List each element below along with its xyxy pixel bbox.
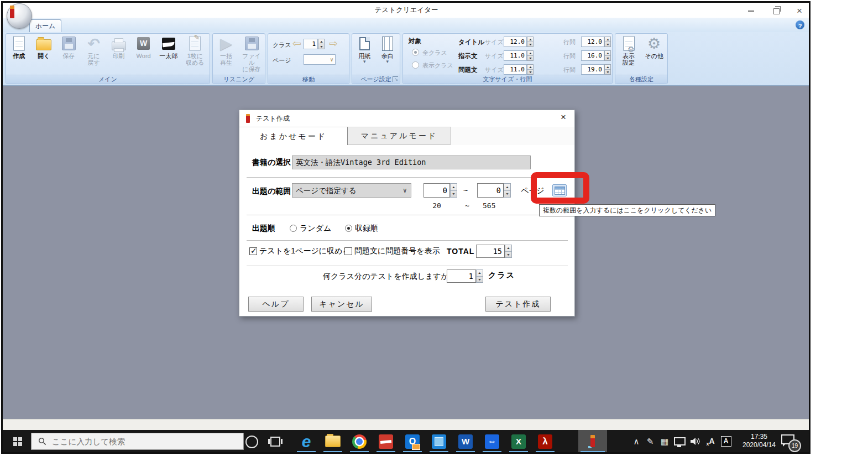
print-button[interactable]: 印刷 [107, 34, 131, 76]
restore-button[interactable] [769, 6, 783, 16]
other-settings-button[interactable]: その他 [642, 34, 666, 76]
tray-speaker-icon[interactable] [687, 430, 703, 453]
minimize-button[interactable] [744, 6, 758, 16]
tab-home[interactable]: ホーム [29, 19, 61, 32]
tray-pen-icon[interactable]: ✎ [643, 430, 657, 453]
instruction-size-spinner[interactable] [527, 50, 534, 61]
tab-manual-mode[interactable]: マニュアルモード [348, 127, 451, 144]
create-test-button[interactable]: テスト作成 [485, 297, 551, 312]
question-size-input[interactable] [504, 64, 527, 75]
tray-chevron-icon[interactable]: ∧ [630, 430, 643, 453]
open-button[interactable]: 開く [32, 34, 56, 76]
taskbar-excel-icon[interactable] [505, 430, 532, 453]
question-line-spinner[interactable] [604, 64, 611, 75]
undo-button[interactable]: 元に 戻す [81, 34, 106, 76]
question-size-spinner[interactable] [527, 64, 534, 75]
range-mode-combobox[interactable]: ページで指定する ∨ [292, 183, 411, 198]
range-from-input[interactable] [423, 183, 450, 198]
instruction-line-spinner[interactable] [604, 50, 611, 61]
save-audio-button[interactable]: ファイル に保存 [239, 34, 264, 76]
radio-all-classes[interactable] [412, 49, 419, 56]
radio-shown-class[interactable] [412, 61, 419, 69]
tray-dropbox-icon[interactable]: ▦ [657, 430, 672, 453]
help-button[interactable]: ヘルプ [248, 297, 304, 312]
tooltip: 複数の範囲を入力するにはここをクリックしてください [539, 204, 715, 216]
word-export-button[interactable]: Word [132, 34, 156, 76]
red-highlight-annotation [531, 172, 589, 204]
start-button[interactable] [4, 430, 31, 453]
class-count-spinner[interactable] [476, 270, 483, 283]
tab-omakase-mode[interactable]: おまかせモード [239, 127, 348, 145]
running-indicator [581, 451, 605, 452]
range-max-hint: 565 [483, 201, 495, 210]
taskbar-red-app-icon[interactable] [373, 430, 399, 453]
print-icon [112, 42, 126, 50]
taskbar-search[interactable] [31, 433, 244, 450]
title-size-spinner[interactable] [527, 37, 534, 47]
page-combobox[interactable]: ∨ [304, 54, 336, 65]
task-view-icon[interactable] [270, 437, 280, 447]
class-count-question: 何クラス分のテストを作成しますか？ [323, 272, 457, 282]
class-count-input[interactable] [447, 270, 476, 283]
ichitaro-export-button[interactable]: 一太郎 [156, 34, 181, 76]
fit-one-page-checkbox[interactable] [249, 247, 257, 255]
instruction-size-input[interactable] [504, 50, 527, 61]
paper-button[interactable]: 用紙 ▾ [354, 34, 375, 76]
taskbar-mail-photo-icon[interactable] [426, 430, 452, 453]
undo-icon [87, 34, 100, 53]
margin-icon [382, 37, 393, 51]
margin-button[interactable]: 余白 ▾ [377, 34, 398, 76]
tray-ime-icon[interactable]: xA [703, 430, 718, 453]
instruction-line-input[interactable] [581, 50, 604, 61]
range-to-spinner[interactable] [504, 183, 511, 198]
order-label: 出題順 [252, 224, 275, 234]
window-title: テストクリエイター [3, 3, 810, 18]
range-tilde-hint: ~ [465, 201, 469, 210]
taskbar-acrobat-icon[interactable] [532, 430, 558, 453]
question-line-input[interactable] [581, 64, 604, 75]
taskbar-edge-icon[interactable] [293, 430, 320, 453]
total-spinner[interactable] [505, 245, 512, 258]
book-select-field[interactable]: 英文法・語法Vintage 3rd Edition [292, 156, 531, 169]
notification-center-icon[interactable]: 19 [781, 434, 800, 449]
dialog-close-icon[interactable]: × [558, 112, 569, 123]
windows-logo-icon [13, 437, 22, 446]
tray-network-display-icon[interactable] [672, 430, 687, 453]
search-input[interactable] [51, 437, 219, 447]
taskbar-explorer-icon[interactable] [320, 430, 346, 453]
cortana-icon[interactable] [245, 436, 258, 448]
range-to-input[interactable] [477, 183, 504, 198]
radio-random[interactable] [290, 225, 297, 232]
dialog-launcher-icon[interactable] [393, 76, 398, 82]
ribbon-tab-row: ホーム [3, 18, 810, 32]
left-arrow-icon[interactable]: ⇦ [292, 38, 301, 49]
cancel-button[interactable]: キャンセル [311, 297, 372, 312]
tray-clock[interactable]: 17:35 2020/04/14 [734, 433, 785, 449]
taskbar-chrome-icon[interactable] [346, 430, 373, 453]
radio-shown-class-label: 表示クラス [422, 61, 453, 70]
minimize-icon [748, 11, 754, 12]
title-line-input[interactable] [581, 37, 604, 47]
total-input[interactable] [476, 245, 505, 258]
show-number-checkbox[interactable] [344, 247, 352, 255]
class-number-input[interactable] [304, 39, 318, 49]
taskbar-outlook-icon[interactable] [399, 430, 426, 453]
question-row-label: 問題文 [458, 66, 478, 74]
radio-recorded-order[interactable] [345, 225, 352, 232]
title-size-input[interactable] [504, 37, 527, 47]
create-button[interactable]: 作成 [7, 34, 31, 76]
play-all-button[interactable]: 一括 再生 [214, 34, 238, 76]
save-button[interactable]: 保存 [56, 34, 81, 76]
help-icon[interactable] [796, 20, 804, 29]
title-line-spinner[interactable] [604, 37, 611, 47]
taskbar-teamviewer-icon[interactable] [479, 430, 505, 453]
taskbar-testcreator-icon[interactable] [578, 430, 607, 453]
taskbar-word-icon[interactable] [452, 430, 479, 453]
close-button[interactable]: × [792, 6, 807, 16]
fit-one-page-button[interactable]: ✎ 1枚に 収める [181, 34, 209, 76]
class-spinner-buttons[interactable] [318, 39, 325, 49]
range-from-spinner[interactable] [450, 183, 457, 198]
display-settings-button[interactable]: ⚙ 表示 設定 [616, 34, 641, 76]
tray-atok-icon[interactable]: A [718, 430, 734, 453]
right-arrow-icon[interactable]: ⇨ [329, 38, 338, 49]
